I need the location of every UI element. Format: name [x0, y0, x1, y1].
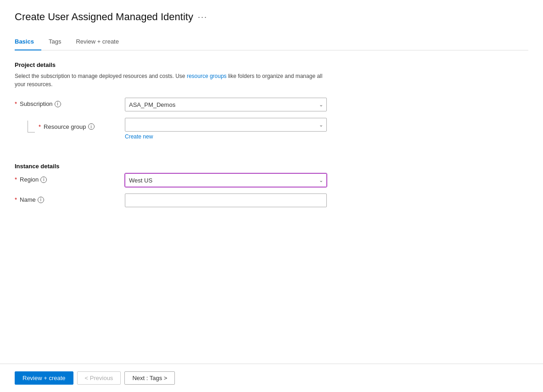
region-label-col: * Region i	[15, 173, 125, 183]
region-select-wrapper: West US West USEast USWest EuropeEast As…	[125, 173, 327, 187]
tab-review-create[interactable]: Review + create	[76, 34, 126, 50]
region-input-col: West US West USEast USWest EuropeEast As…	[125, 173, 327, 187]
name-info-icon[interactable]: i	[38, 197, 44, 203]
region-field-row: * Region i West US West USEast USWest Eu…	[15, 173, 528, 187]
resource-group-select-wrapper: ⌄	[125, 118, 327, 132]
resource-group-select[interactable]	[125, 118, 327, 132]
name-label-col: * Name i	[15, 193, 125, 203]
name-input-col	[125, 193, 327, 207]
instance-details-heading: Instance details	[15, 163, 528, 170]
resource-groups-link[interactable]: resource groups	[187, 73, 227, 79]
next-tags-button[interactable]: Next : Tags >	[124, 371, 175, 385]
subscription-info-icon[interactable]: i	[55, 101, 61, 107]
previous-button[interactable]: < Previous	[77, 371, 121, 385]
region-select[interactable]: West US West USEast USWest EuropeEast As…	[125, 173, 327, 187]
subscription-field-row: * Subscription i ASA_PM_Demos ⌄	[15, 98, 528, 111]
subscription-label-col: * Subscription i	[15, 98, 125, 107]
tab-basics[interactable]: Basics	[15, 34, 41, 50]
resource-group-label: Resource group	[44, 123, 86, 130]
tab-tags[interactable]: Tags	[49, 34, 68, 50]
name-field-row: * Name i	[15, 193, 528, 207]
subscription-input-col: ASA_PM_Demos ⌄	[125, 98, 327, 111]
tab-bar: Basics Tags Review + create	[15, 34, 528, 50]
subscription-select-wrapper: ASA_PM_Demos ⌄	[125, 98, 327, 111]
subscription-required-star: *	[15, 100, 17, 107]
resource-group-required-star: *	[39, 123, 41, 130]
instance-details-section: Instance details * Region i West US West…	[15, 163, 528, 214]
name-label: Name	[20, 196, 36, 203]
name-required-star: *	[15, 196, 17, 203]
project-details-section: Project details Select the subscription …	[15, 61, 528, 146]
project-details-description: Select the subscription to manage deploy…	[15, 72, 327, 88]
project-details-heading: Project details	[15, 61, 528, 68]
ellipsis-menu-button[interactable]: ···	[198, 12, 207, 22]
name-input[interactable]	[125, 193, 327, 207]
resource-group-label-col: * Resource group i	[15, 118, 125, 133]
resource-group-info-icon[interactable]: i	[88, 123, 95, 130]
region-required-star: *	[15, 176, 17, 183]
review-create-button[interactable]: Review + create	[15, 371, 73, 385]
page-title: Create User Assigned Managed Identity	[15, 11, 193, 23]
region-label: Region	[20, 176, 39, 183]
bottom-action-bar: Review + create < Previous Next : Tags >	[0, 364, 543, 392]
subscription-select[interactable]: ASA_PM_Demos	[125, 98, 327, 111]
region-info-icon[interactable]: i	[40, 177, 47, 183]
subscription-label: Subscription	[20, 100, 53, 107]
resource-group-field-row: * Resource group i ⌄ Create new	[15, 118, 528, 140]
resource-group-input-col: ⌄ Create new	[125, 118, 327, 140]
create-new-resource-group-link[interactable]: Create new	[125, 133, 153, 140]
